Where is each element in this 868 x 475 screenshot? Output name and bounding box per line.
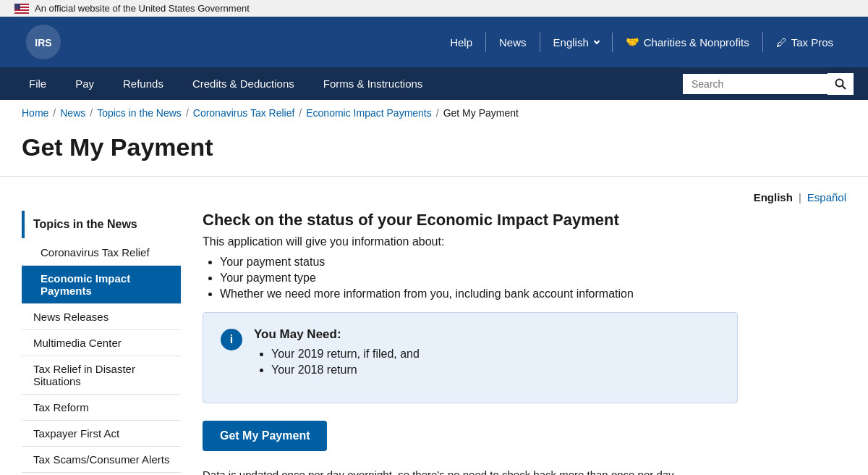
main-content: Check on the status of your Economic Imp… — [203, 211, 738, 475]
main-nav-items: File Pay Refunds Credits & Deductions Fo… — [14, 67, 683, 100]
sidebar-item-multimedia[interactable]: Multimedia Center — [22, 330, 181, 356]
sidebar-section-title[interactable]: Topics in the News — [22, 211, 181, 238]
header-help-link[interactable]: Help — [437, 33, 486, 52]
breadcrumb-sep-5: / — [436, 107, 439, 119]
header-nav: Help News English 🤝 Charities & Nonprofi… — [437, 32, 846, 52]
breadcrumb-sep-1: / — [53, 107, 56, 119]
info-box-title: You May Need: — [254, 327, 420, 342]
header-charities-link[interactable]: 🤝 Charities & Nonprofits — [613, 32, 763, 52]
sidebar-item-news-releases[interactable]: News Releases — [22, 304, 181, 330]
check-status-heading: Check on the status of your Economic Imp… — [203, 211, 738, 230]
us-flag-icon — [14, 4, 29, 14]
gov-banner-text: An official website of the United States… — [35, 3, 250, 14]
sidebar: Topics in the News Coronavirus Tax Relie… — [22, 211, 181, 475]
info-box: i You May Need: Your 2019 return, if fil… — [203, 312, 738, 403]
header-news-link[interactable]: News — [486, 33, 540, 52]
nav-forms[interactable]: Forms & Instructions — [309, 67, 438, 100]
svg-point-10 — [836, 79, 843, 86]
sidebar-item-economic-impact[interactable]: Economic Impact Payments — [22, 266, 181, 304]
lang-separator: | — [799, 191, 801, 203]
breadcrumb: Home / News / Topics in the News / Coron… — [0, 100, 868, 126]
chevron-down-icon — [593, 38, 599, 44]
header-taxpros-link[interactable]: 🖊 Tax Pros — [763, 33, 846, 52]
breadcrumb-news[interactable]: News — [60, 107, 85, 119]
gov-banner: An official website of the United States… — [0, 0, 868, 17]
search-container — [683, 73, 854, 95]
sidebar-item-tax-relief[interactable]: Tax Relief in Disaster Situations — [22, 356, 181, 395]
data-note: Data is updated once per day overnight, … — [203, 468, 738, 475]
svg-text:IRS: IRS — [35, 37, 51, 49]
sidebar-item-tax-reform[interactable]: Tax Reform — [22, 395, 181, 421]
breadcrumb-eip[interactable]: Economic Impact Payments — [306, 107, 432, 119]
lang-english: English — [754, 191, 793, 203]
sidebar-item-tax-scams[interactable]: Tax Scams/Consumer Alerts — [22, 447, 181, 473]
info-circle-icon: i — [221, 329, 242, 350]
bullet-payment-status: Your payment status — [220, 256, 738, 269]
taxpros-icon: 🖊 — [776, 36, 787, 49]
lang-espanol-link[interactable]: Español — [807, 191, 846, 203]
nav-credits[interactable]: Credits & Deductions — [178, 67, 309, 100]
page-title: Get My Payment — [0, 126, 868, 177]
check-status-intro: This application will give you informati… — [203, 235, 738, 248]
svg-rect-4 — [14, 9, 29, 11]
sidebar-item-taxpayer-first[interactable]: Taxpayer First Act — [22, 421, 181, 447]
breadcrumb-sep-4: / — [299, 107, 302, 119]
svg-rect-6 — [14, 12, 29, 14]
info-bullet-2018: Your 2018 return — [271, 363, 420, 377]
breadcrumb-current: Get My Payment — [443, 107, 519, 119]
irs-logo-icon: IRS — [22, 24, 65, 60]
info-box-content: You May Need: Your 2019 return, if filed… — [254, 327, 420, 388]
header-english-dropdown[interactable]: English — [540, 33, 613, 52]
language-switcher: English | Español — [0, 184, 868, 211]
main-nav: File Pay Refunds Credits & Deductions Fo… — [0, 67, 868, 100]
breadcrumb-sep-3: / — [186, 107, 189, 119]
search-button[interactable] — [827, 73, 854, 95]
svg-line-11 — [843, 85, 846, 89]
nav-refunds[interactable]: Refunds — [109, 67, 178, 100]
nav-file[interactable]: File — [14, 67, 61, 100]
info-box-bullets: Your 2019 return, if filed, and Your 201… — [271, 348, 420, 377]
logo-container[interactable]: IRS — [22, 24, 65, 60]
charities-icon: 🤝 — [626, 35, 639, 49]
content-wrapper: Topics in the News Coronavirus Tax Relie… — [0, 211, 868, 475]
breadcrumb-coronavirus[interactable]: Coronavirus Tax Relief — [193, 107, 295, 119]
svg-rect-5 — [14, 11, 29, 12]
svg-rect-7 — [14, 4, 20, 9]
breadcrumb-home[interactable]: Home — [22, 107, 48, 119]
check-status-bullets: Your payment status Your payment type Wh… — [220, 256, 738, 300]
breadcrumb-sep-2: / — [90, 107, 93, 119]
get-my-payment-button[interactable]: Get My Payment — [203, 421, 327, 451]
nav-pay[interactable]: Pay — [61, 67, 109, 100]
sidebar-item-coronavirus[interactable]: Coronavirus Tax Relief — [22, 240, 181, 266]
bullet-more-info: Whether we need more information from yo… — [220, 287, 738, 300]
search-input[interactable] — [683, 74, 827, 94]
breadcrumb-topics[interactable]: Topics in the News — [97, 107, 182, 119]
bullet-payment-type: Your payment type — [220, 272, 738, 285]
info-bullet-2019: Your 2019 return, if filed, and — [271, 348, 420, 361]
search-icon — [835, 78, 846, 90]
site-header: IRS Help News English 🤝 Charities & Nonp… — [0, 17, 868, 67]
